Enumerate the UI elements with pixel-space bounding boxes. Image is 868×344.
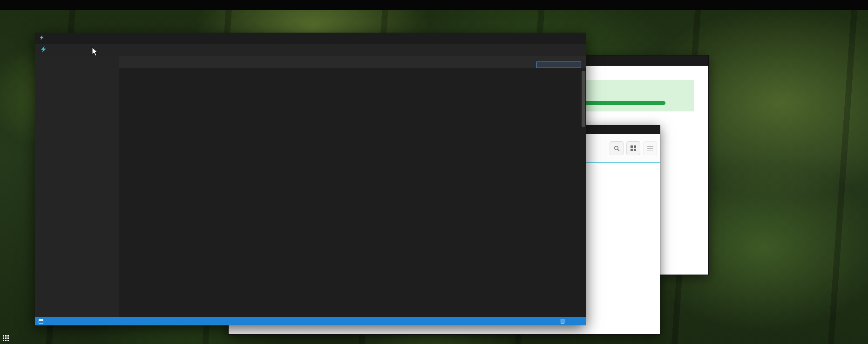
- sidebar-header: [35, 56, 119, 64]
- tab-bar: [119, 56, 586, 68]
- list-icon: [647, 146, 653, 151]
- notepada-logo-icon: [40, 46, 47, 54]
- file-icon: [561, 319, 564, 323]
- mouse-cursor: [92, 47, 99, 57]
- directory-sidebar: [35, 56, 119, 317]
- list-view-button[interactable]: [643, 141, 657, 155]
- system-top-bar: [0, 0, 868, 10]
- grid-icon: [631, 145, 636, 151]
- notepada-window[interactable]: [35, 33, 586, 325]
- desktop-screen: { "topbar": { "brand": "My ArOZ", "clock…: [0, 0, 868, 344]
- code-editor[interactable]: [119, 68, 586, 317]
- search-icon: [614, 145, 620, 151]
- status-bar: [35, 317, 586, 325]
- notepada-titlebar[interactable]: [35, 33, 586, 44]
- search-button[interactable]: [610, 141, 624, 155]
- editor-scrollbar[interactable]: [582, 71, 585, 127]
- taskbar: [0, 332, 868, 344]
- calendar-icon: [39, 319, 43, 323]
- grid-view-button[interactable]: [626, 141, 640, 155]
- notepada-logo-icon: [39, 35, 45, 41]
- minimap-viewport[interactable]: [536, 62, 581, 68]
- app-grid-icon[interactable]: [3, 340, 4, 341]
- menu-bar: [35, 44, 586, 56]
